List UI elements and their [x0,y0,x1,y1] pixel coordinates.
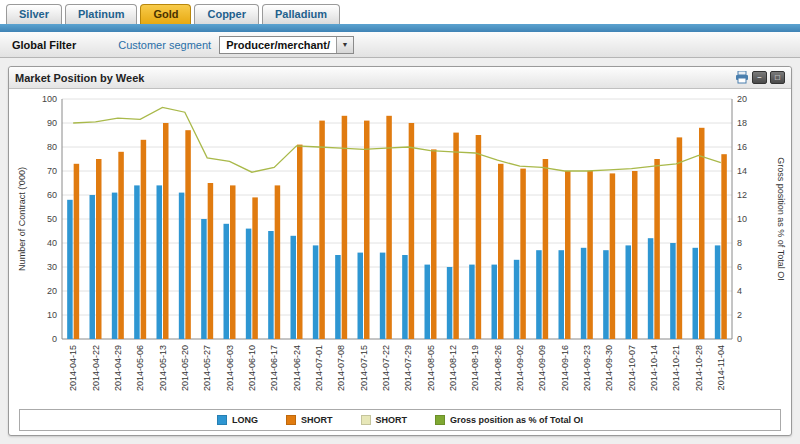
svg-text:18: 18 [737,118,747,128]
tab-silver[interactable]: Silver [6,4,62,24]
svg-text:20: 20 [737,94,747,104]
legend-item-0[interactable]: LONG [217,415,258,425]
legend-swatch [217,415,227,425]
global-filter-bar: Global Filter Customer segment Producer/… [0,32,800,58]
svg-text:10: 10 [47,310,57,320]
svg-text:2014-06-17: 2014-06-17 [269,345,279,391]
svg-text:2014-04-15: 2014-04-15 [68,345,78,391]
svg-text:2014-08-05: 2014-08-05 [426,345,436,391]
svg-text:2014-11-04: 2014-11-04 [716,345,726,390]
tab-palladium[interactable]: Palladium [262,4,340,24]
market-position-panel: Market Position by Week − □ 010203040506… [8,66,792,436]
svg-text:14: 14 [737,166,747,176]
svg-text:2014-10-07: 2014-10-07 [627,345,637,391]
svg-text:2014-05-27: 2014-05-27 [202,345,212,391]
customer-segment-value: Producer/merchant/ [220,37,336,53]
svg-text:0: 0 [737,334,742,344]
svg-text:2014-09-09: 2014-09-09 [537,345,547,391]
svg-text:2014-10-14: 2014-10-14 [649,345,659,391]
chart-area: 010203040506070809010002468101214161820N… [13,91,787,407]
panel-header: Market Position by Week − □ [9,67,791,89]
svg-text:70: 70 [47,166,57,176]
svg-text:30: 30 [47,262,57,272]
svg-text:2014-09-16: 2014-09-16 [560,345,570,391]
svg-text:12: 12 [737,190,747,200]
svg-text:2014-05-13: 2014-05-13 [158,345,168,391]
svg-text:2014-04-22: 2014-04-22 [91,345,101,391]
legend-label: SHORT [376,415,408,425]
svg-text:Gross position as % of Total O: Gross position as % of Total OI [776,157,786,280]
svg-text:100: 100 [42,94,57,104]
legend-item-1[interactable]: SHORT [286,415,333,425]
svg-text:16: 16 [737,142,747,152]
chart-legend: LONGSHORTSHORTGross position as % of Tot… [19,409,781,431]
svg-text:2014-08-26: 2014-08-26 [493,345,503,391]
legend-label: Gross position as % of Total OI [450,415,583,425]
tabbar-accent-strip [0,24,800,32]
svg-text:2014-09-02: 2014-09-02 [515,345,525,391]
svg-text:40: 40 [47,238,57,248]
svg-text:2014-07-08: 2014-07-08 [336,345,346,391]
svg-text:2014-08-19: 2014-08-19 [470,345,480,391]
legend-label: SHORT [301,415,333,425]
market-position-chart: 010203040506070809010002468101214161820N… [14,91,786,407]
customer-segment-select[interactable]: Producer/merchant/ ▼ [219,36,354,54]
svg-text:8: 8 [737,238,742,248]
svg-text:50: 50 [47,214,57,224]
maximize-icon[interactable]: □ [770,71,785,84]
panel-title: Market Position by Week [15,72,731,84]
svg-text:2014-07-01: 2014-07-01 [314,345,324,391]
chevron-down-icon[interactable]: ▼ [336,37,353,53]
svg-text:0: 0 [52,334,57,344]
svg-text:2014-05-06: 2014-05-06 [135,345,145,391]
minimize-icon[interactable]: − [752,71,767,84]
svg-text:2014-10-28: 2014-10-28 [694,345,704,391]
svg-text:2014-06-24: 2014-06-24 [292,345,302,391]
legend-swatch [361,415,371,425]
svg-text:2014-07-29: 2014-07-29 [403,345,413,391]
print-icon[interactable] [735,71,749,84]
svg-text:Number of Contract ('000): Number of Contract ('000) [17,167,27,271]
svg-text:10: 10 [737,214,747,224]
legend-item-2[interactable]: SHORT [361,415,408,425]
legend-swatch [435,415,445,425]
panel-body: 010203040506070809010002468101214161820N… [9,89,791,435]
svg-text:2014-06-03: 2014-06-03 [225,345,235,391]
svg-text:2014-10-21: 2014-10-21 [671,345,681,391]
legend-label: LONG [232,415,258,425]
svg-text:4: 4 [737,286,742,296]
dashboard-content: Market Position by Week − □ 010203040506… [0,58,800,444]
svg-text:2014-09-23: 2014-09-23 [582,345,592,391]
svg-text:90: 90 [47,118,57,128]
svg-text:2014-04-29: 2014-04-29 [113,345,123,391]
tab-gold[interactable]: Gold [140,4,191,24]
svg-text:2014-08-12: 2014-08-12 [448,345,458,391]
global-filter-title: Global Filter [12,39,76,51]
svg-text:60: 60 [47,190,57,200]
legend-swatch [286,415,296,425]
tab-copper[interactable]: Copper [194,4,259,24]
svg-text:2014-06-10: 2014-06-10 [247,345,257,391]
tab-platinum[interactable]: Platinum [65,4,137,24]
svg-text:2014-09-30: 2014-09-30 [604,345,614,391]
svg-text:6: 6 [737,262,742,272]
svg-text:2014-07-22: 2014-07-22 [381,345,391,391]
legend-item-3[interactable]: Gross position as % of Total OI [435,415,583,425]
svg-text:80: 80 [47,142,57,152]
svg-text:2: 2 [737,310,742,320]
commodity-tabbar: SilverPlatinumGoldCopperPalladium [0,0,800,24]
svg-text:20: 20 [47,286,57,296]
svg-text:2014-07-15: 2014-07-15 [359,345,369,391]
customer-segment-label: Customer segment [118,39,211,51]
svg-text:2014-05-20: 2014-05-20 [180,345,190,391]
